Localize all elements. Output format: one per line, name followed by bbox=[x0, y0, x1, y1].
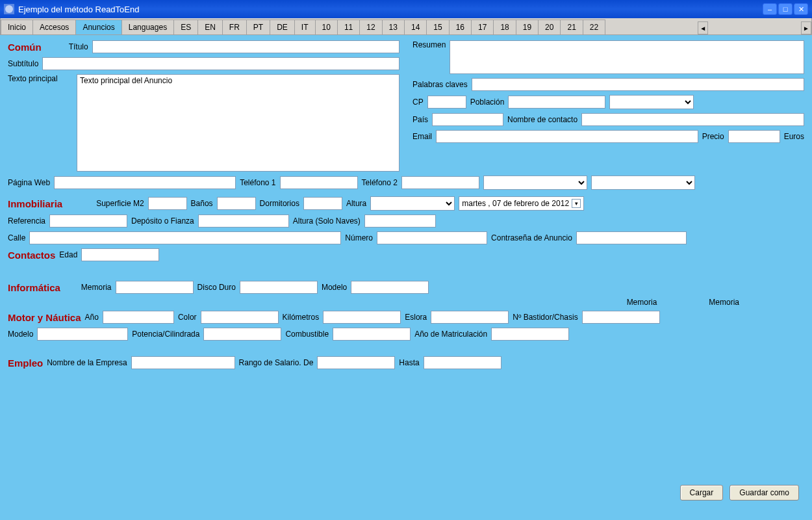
tab-14[interactable]: 14 bbox=[404, 20, 427, 34]
cargar-button[interactable]: Cargar bbox=[680, 485, 724, 500]
modelo-motor-label: Modelo bbox=[8, 330, 33, 339]
tab-10[interactable]: 10 bbox=[315, 20, 338, 34]
palabras-claves-label: Palabras claves bbox=[412, 80, 468, 89]
altura-naves-input[interactable] bbox=[364, 214, 436, 228]
edad-input[interactable] bbox=[81, 248, 159, 261]
empresa-input[interactable] bbox=[131, 356, 235, 369]
telefono1-input[interactable] bbox=[280, 176, 358, 189]
combustible-input[interactable] bbox=[333, 328, 411, 341]
form-area: Común Título Subtítulo Texto principal R… bbox=[0, 35, 812, 520]
tab-inicio[interactable]: Inicio bbox=[1, 20, 33, 34]
tab-pt[interactable]: PT bbox=[246, 20, 270, 34]
precio-input[interactable] bbox=[728, 130, 780, 143]
referencia-input[interactable] bbox=[49, 214, 127, 228]
poblacion-select[interactable] bbox=[609, 95, 694, 109]
banos-label: Baños bbox=[191, 199, 213, 208]
poblacion-input[interactable] bbox=[508, 96, 605, 109]
tab-de[interactable]: DE bbox=[270, 20, 295, 34]
bastidor-input[interactable] bbox=[582, 311, 660, 324]
cp-label: CP bbox=[412, 98, 424, 107]
date-dropdown-icon[interactable]: ▾ bbox=[572, 199, 581, 208]
superficie-input[interactable] bbox=[148, 197, 187, 210]
tab-en[interactable]: EN bbox=[197, 20, 223, 34]
banos-input[interactable] bbox=[217, 197, 256, 210]
section-motor-title: Motor y Náutica bbox=[8, 312, 81, 323]
date-value: martes , 07 de febrero de 2012 bbox=[462, 199, 569, 208]
tab-languages[interactable]: Languages bbox=[121, 20, 174, 34]
tab-it[interactable]: IT bbox=[294, 20, 316, 34]
tab-accesos[interactable]: Accesos bbox=[32, 20, 76, 34]
altura-select[interactable] bbox=[370, 196, 455, 211]
nombre-contacto-input[interactable] bbox=[581, 113, 804, 126]
close-button[interactable]: ✕ bbox=[794, 3, 808, 15]
altura-naves-label: Altura (Solo Naves) bbox=[293, 216, 361, 226]
tab-fr[interactable]: FR bbox=[222, 20, 247, 34]
section-empleo-title: Empleo bbox=[8, 358, 43, 369]
titulo-input[interactable] bbox=[92, 40, 400, 53]
cp-input[interactable] bbox=[427, 96, 466, 109]
guardar-como-button[interactable]: Guardar como bbox=[730, 485, 799, 500]
texto-principal-textarea[interactable] bbox=[77, 74, 400, 172]
tab-12[interactable]: 12 bbox=[359, 20, 382, 34]
rango-salario-hasta-input[interactable] bbox=[424, 356, 501, 369]
eslora-input[interactable] bbox=[431, 311, 509, 324]
pais-label: País bbox=[412, 115, 428, 124]
date-picker[interactable]: martes , 07 de febrero de 2012 ▾ bbox=[459, 196, 584, 211]
tab-18[interactable]: 18 bbox=[493, 20, 516, 34]
hasta-label: Hasta bbox=[399, 358, 419, 367]
kilometros-input[interactable] bbox=[323, 311, 401, 324]
numero-label: Número bbox=[345, 233, 373, 242]
tab-es[interactable]: ES bbox=[173, 20, 198, 34]
subtitulo-input[interactable] bbox=[42, 57, 400, 70]
ano-matriculacion-input[interactable] bbox=[491, 328, 569, 341]
color-input[interactable] bbox=[201, 311, 279, 324]
tab-scroll-left-icon[interactable]: ◄ bbox=[698, 21, 708, 34]
dormitorios-label: Dormitorios bbox=[260, 199, 299, 208]
tab-21[interactable]: 21 bbox=[560, 20, 583, 34]
tab-scroll-right-icon[interactable]: ► bbox=[801, 21, 811, 34]
memoria-input[interactable] bbox=[116, 281, 194, 294]
contrasena-label: Contraseña de Anuncio bbox=[491, 233, 572, 242]
tab-13[interactable]: 13 bbox=[382, 20, 405, 34]
referencia-label: Referencia bbox=[8, 216, 45, 226]
contrasena-input[interactable] bbox=[576, 231, 687, 244]
palabras-claves-input[interactable] bbox=[472, 78, 804, 91]
tab-22[interactable]: 22 bbox=[583, 20, 605, 34]
pagina-web-input[interactable] bbox=[54, 176, 236, 189]
resumen-label: Resumen bbox=[412, 40, 446, 49]
minimize-button[interactable]: – bbox=[763, 3, 777, 15]
pais-input[interactable] bbox=[432, 113, 503, 126]
tab-19[interactable]: 19 bbox=[516, 20, 539, 34]
subtitulo-label: Subtítulo bbox=[8, 59, 38, 68]
resumen-textarea[interactable] bbox=[450, 40, 804, 74]
tab-16[interactable]: 16 bbox=[449, 20, 472, 34]
euros-label: Euros bbox=[784, 132, 804, 141]
extra-select-1[interactable] bbox=[483, 176, 587, 190]
modelo-input[interactable] bbox=[351, 281, 429, 294]
svg-point-1 bbox=[5, 5, 13, 13]
email-input[interactable] bbox=[436, 130, 698, 143]
bastidor-label: Nº Bastidor/Chasis bbox=[513, 313, 577, 322]
disco-duro-label: Disco Duro bbox=[197, 283, 236, 292]
modelo-motor-input[interactable] bbox=[37, 328, 128, 341]
tab-17[interactable]: 17 bbox=[471, 20, 494, 34]
ano-input[interactable] bbox=[103, 311, 174, 324]
tab-anuncios[interactable]: Anuncios bbox=[75, 20, 121, 34]
nombre-contacto-label: Nombre de contacto bbox=[507, 115, 577, 124]
dormitorios-input[interactable] bbox=[303, 197, 342, 210]
rango-salario-de-input[interactable] bbox=[317, 356, 395, 369]
tab-11[interactable]: 11 bbox=[337, 20, 360, 34]
maximize-button[interactable]: □ bbox=[778, 3, 793, 15]
disco-duro-input[interactable] bbox=[240, 281, 318, 294]
tab-20[interactable]: 20 bbox=[538, 20, 561, 34]
extra-select-2[interactable] bbox=[591, 176, 695, 190]
numero-input[interactable] bbox=[377, 231, 487, 244]
deposito-input[interactable] bbox=[198, 214, 289, 228]
potencia-input[interactable] bbox=[203, 328, 281, 341]
deposito-label: Depósito o Fianza bbox=[131, 216, 194, 226]
calle-input[interactable] bbox=[29, 231, 341, 244]
telefono2-label: Teléfono 2 bbox=[362, 178, 398, 187]
edad-label: Edad bbox=[59, 250, 77, 259]
tab-15[interactable]: 15 bbox=[426, 20, 449, 34]
telefono2-input[interactable] bbox=[401, 176, 479, 189]
